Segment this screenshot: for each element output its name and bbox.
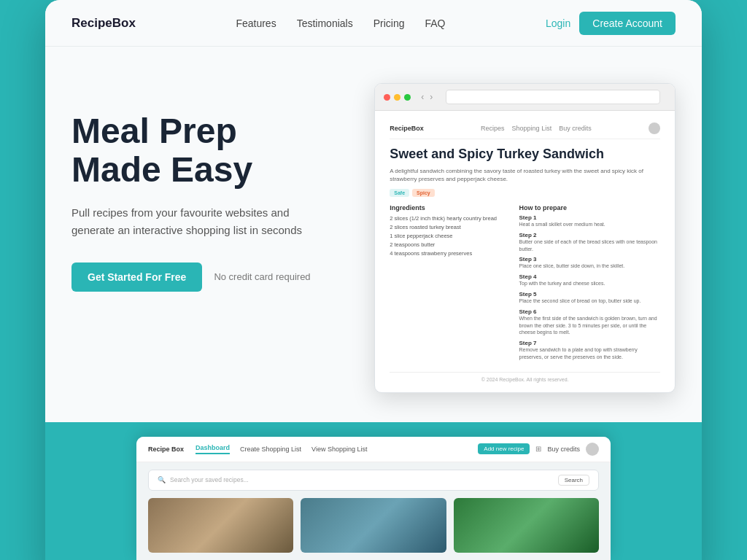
create-account-button[interactable]: Create Account bbox=[579, 12, 676, 35]
grid-icon: ⊞ bbox=[535, 445, 541, 453]
ingredient-3: 1 slice pepperjack cheese bbox=[390, 232, 507, 241]
cta-button[interactable]: Get Started For Free bbox=[71, 262, 202, 292]
recipe-footer: © 2024 RecipeBox. All rights reserved. bbox=[390, 372, 660, 382]
hero-left: Meal PrepMade Easy Pull recipes from you… bbox=[71, 83, 345, 292]
browser-content: RecipeBox Recipes Shopping List Buy cred… bbox=[375, 111, 675, 392]
bottom-section: Recipe Box Dashboard Create Shopping Lis… bbox=[45, 422, 702, 560]
recipe-body: Ingredients 2 slices (1/2 inch thick) he… bbox=[390, 204, 660, 365]
ingredient-1: 2 slices (1/2 inch thick) hearty country… bbox=[390, 214, 507, 223]
recipe-cards-row bbox=[148, 498, 599, 553]
dot-red bbox=[384, 94, 390, 101]
nav-pricing[interactable]: Pricing bbox=[374, 18, 405, 29]
recipe-card-2[interactable] bbox=[301, 498, 446, 553]
step-1: Step 1 Heat a small skillet over medium … bbox=[519, 214, 660, 228]
dashboard-preview: Recipe Box Dashboard Create Shopping Lis… bbox=[136, 437, 611, 560]
step-5: Step 5 Place the second slice of bread o… bbox=[519, 291, 660, 305]
app-nav-items: Recipes Shopping List Buy credits bbox=[481, 125, 592, 132]
hero-right: ‹ › RecipeBox Recipes Shopping List Buy … bbox=[374, 83, 676, 393]
step-3: Step 3 Place one slice, butter side down… bbox=[519, 256, 660, 270]
dash-user-avatar bbox=[586, 443, 599, 456]
dot-green bbox=[404, 94, 411, 101]
ingredient-2: 2 slices roasted turkey breast bbox=[390, 223, 507, 232]
step-7: Step 7 Remove sandwich to a plate and to… bbox=[519, 340, 660, 361]
main-container: RecipeBox Features Testimonials Pricing … bbox=[45, 0, 702, 560]
ingredient-4: 2 teaspoons butter bbox=[390, 241, 507, 249]
dash-nav-dashboard[interactable]: Dashboard bbox=[196, 444, 230, 454]
site-logo: RecipeBox bbox=[71, 16, 136, 31]
hero-cta-row: Get Started For Free No credit card requ… bbox=[71, 262, 345, 292]
ingredients-heading: Ingredients bbox=[390, 204, 507, 211]
recipe-card-1[interactable] bbox=[148, 498, 293, 553]
back-icon[interactable]: ‹ bbox=[419, 92, 425, 102]
navbar: RecipeBox Features Testimonials Pricing … bbox=[45, 0, 702, 47]
dashboard-actions: Add new recipe ⊞ Buy credits bbox=[478, 443, 599, 456]
step-4: Step 4 Top with the turkey and cheese sl… bbox=[519, 273, 660, 287]
browser-window: ‹ › RecipeBox Recipes Shopping List Buy … bbox=[374, 83, 676, 393]
no-cc-label: No credit card required bbox=[214, 271, 310, 282]
hero-title: Meal PrepMade Easy bbox=[71, 112, 345, 190]
tag-safe: Safe bbox=[390, 189, 409, 197]
add-recipe-button[interactable]: Add new recipe bbox=[478, 443, 530, 454]
ingredient-5: 4 teaspoons strawberry preserves bbox=[390, 249, 507, 258]
steps-column: How to prepare Step 1 Heat a small skill… bbox=[519, 204, 660, 365]
forward-icon[interactable]: › bbox=[428, 92, 434, 102]
app-logo-small: RecipeBox bbox=[390, 125, 424, 132]
nav-actions: Login Create Account bbox=[546, 12, 676, 35]
login-button[interactable]: Login bbox=[546, 18, 570, 29]
steps-heading: How to prepare bbox=[519, 204, 660, 211]
dash-nav-create-list[interactable]: Create Shopping List bbox=[240, 446, 301, 453]
user-avatar bbox=[649, 122, 660, 134]
tag-spicy: Spicy bbox=[412, 189, 435, 197]
search-placeholder: 🔍 Search your saved recipes... bbox=[158, 476, 249, 483]
recipe-description: A delightful sandwich combining the savo… bbox=[390, 167, 660, 183]
dashboard-toolbar: Recipe Box Dashboard Create Shopping Lis… bbox=[136, 437, 611, 462]
recipe-card-3[interactable] bbox=[454, 498, 599, 553]
browser-url-bar[interactable] bbox=[446, 90, 660, 104]
app-nav-shopping[interactable]: Shopping List bbox=[512, 125, 552, 132]
browser-toolbar: ‹ › bbox=[375, 84, 675, 111]
hero-section: Meal PrepMade Easy Pull recipes from you… bbox=[45, 47, 702, 422]
dot-yellow bbox=[394, 94, 400, 101]
app-nav-recipes[interactable]: Recipes bbox=[481, 125, 505, 132]
search-bar: 🔍 Search your saved recipes... Search bbox=[148, 470, 599, 491]
nav-features[interactable]: Features bbox=[236, 18, 276, 29]
nav-links: Features Testimonials Pricing FAQ bbox=[236, 18, 445, 29]
hero-subtitle: Pull recipes from your favourite website… bbox=[71, 204, 320, 239]
recipe-title: Sweet and Spicy Turkey Sandwich bbox=[390, 147, 660, 163]
dashboard-nav: Dashboard Create Shopping List View Shop… bbox=[196, 444, 466, 454]
buy-credits-link[interactable]: Buy credits bbox=[547, 446, 580, 453]
step-2: Step 2 Butter one side of each of the br… bbox=[519, 232, 660, 253]
recipe-tags: Safe Spicy bbox=[390, 189, 660, 197]
nav-testimonials[interactable]: Testimonials bbox=[297, 18, 353, 29]
dash-nav-view-list[interactable]: View Shopping List bbox=[311, 446, 367, 453]
search-button[interactable]: Search bbox=[558, 475, 589, 486]
dashboard-body: 🔍 Search your saved recipes... Search bbox=[136, 462, 611, 560]
dash-logo: Recipe Box bbox=[148, 446, 184, 453]
recipe-app-nav: RecipeBox Recipes Shopping List Buy cred… bbox=[390, 122, 660, 139]
search-icon: 🔍 bbox=[158, 476, 166, 483]
nav-faq[interactable]: FAQ bbox=[425, 18, 445, 29]
browser-dots bbox=[384, 94, 411, 101]
ingredients-column: Ingredients 2 slices (1/2 inch thick) he… bbox=[390, 204, 507, 365]
app-nav-credits[interactable]: Buy credits bbox=[559, 125, 592, 132]
step-6: Step 6 When the first side of the sandwi… bbox=[519, 308, 660, 336]
browser-nav-buttons: ‹ › bbox=[419, 92, 434, 102]
